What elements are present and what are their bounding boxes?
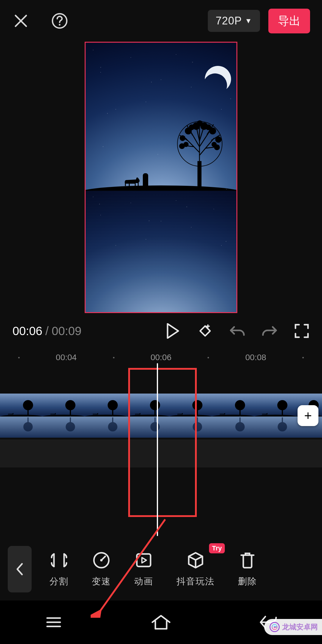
ruler-mark: 00:08 bbox=[245, 353, 266, 362]
resolution-dropdown[interactable]: 720P ▼ bbox=[208, 10, 260, 32]
ruler-mark: 00:04 bbox=[56, 353, 77, 362]
tool-animation[interactable]: 动画 bbox=[134, 551, 153, 588]
try-badge: Try bbox=[209, 543, 225, 553]
tool-label: 抖音玩法 bbox=[177, 575, 215, 588]
playhead[interactable] bbox=[157, 363, 158, 536]
video-track[interactable]: + bbox=[0, 394, 322, 438]
svg-point-24 bbox=[66, 422, 75, 431]
svg-point-40 bbox=[235, 422, 244, 431]
plus-icon: + bbox=[304, 408, 312, 423]
clip-thumbnail[interactable] bbox=[254, 394, 297, 438]
ruler-mark: 00:06 bbox=[151, 353, 171, 362]
svg-point-4 bbox=[180, 135, 185, 141]
watermark: 龙城安卓网 bbox=[264, 619, 322, 635]
svg-point-12 bbox=[197, 120, 203, 126]
help-button[interactable] bbox=[51, 12, 69, 30]
tool-label: 分割 bbox=[49, 575, 69, 588]
svg-point-16 bbox=[206, 124, 211, 130]
tool-douyin-effects[interactable]: Try 抖音玩法 bbox=[177, 551, 215, 588]
animation-icon bbox=[134, 551, 153, 569]
svg-point-26 bbox=[108, 400, 118, 410]
tool-speed[interactable]: 变速 bbox=[92, 551, 111, 588]
svg-point-34 bbox=[192, 400, 202, 410]
video-preview[interactable] bbox=[85, 42, 237, 313]
svg-rect-50 bbox=[137, 554, 151, 566]
svg-point-15 bbox=[189, 124, 195, 130]
svg-point-49 bbox=[100, 559, 103, 561]
split-icon bbox=[50, 551, 68, 569]
back-button[interactable] bbox=[8, 546, 32, 592]
time-separator: / bbox=[45, 324, 49, 338]
nav-menu-button[interactable] bbox=[43, 611, 65, 633]
clip-thumbnail[interactable] bbox=[42, 394, 85, 438]
tool-label: 动画 bbox=[134, 575, 153, 588]
tool-label: 变速 bbox=[92, 575, 111, 588]
undo-button[interactable] bbox=[230, 323, 245, 339]
svg-point-36 bbox=[193, 422, 202, 431]
audio-track[interactable] bbox=[0, 439, 322, 467]
resolution-label: 720P bbox=[216, 15, 242, 27]
svg-point-9 bbox=[215, 137, 222, 143]
watermark-text: 龙城安卓网 bbox=[282, 622, 318, 632]
play-button[interactable] bbox=[165, 323, 181, 339]
current-time: 00:06 bbox=[13, 324, 42, 338]
svg-point-14 bbox=[212, 142, 217, 147]
keyframe-button[interactable] bbox=[197, 323, 213, 339]
clip-thumbnail[interactable] bbox=[85, 394, 127, 438]
svg-point-38 bbox=[235, 400, 245, 410]
caret-down-icon: ▼ bbox=[245, 17, 252, 25]
close-button[interactable] bbox=[12, 12, 30, 30]
svg-point-22 bbox=[65, 400, 75, 410]
fullscreen-button[interactable] bbox=[294, 323, 309, 339]
redo-button[interactable] bbox=[262, 323, 277, 339]
delete-icon bbox=[238, 551, 257, 569]
clip-thumbnail[interactable] bbox=[0, 394, 42, 438]
svg-point-1 bbox=[59, 24, 61, 26]
clip-thumbnail[interactable] bbox=[212, 394, 254, 438]
clip-thumbnail[interactable] bbox=[169, 394, 212, 438]
tool-split[interactable]: 分割 bbox=[49, 551, 69, 588]
svg-point-44 bbox=[278, 422, 287, 431]
svg-point-28 bbox=[108, 422, 117, 431]
timeline[interactable]: 00:04 00:06 00:08 + bbox=[0, 349, 322, 519]
svg-point-18 bbox=[23, 400, 33, 410]
svg-point-20 bbox=[23, 422, 32, 431]
watermark-logo-icon bbox=[270, 622, 280, 632]
clip-thumbnail[interactable] bbox=[127, 394, 169, 438]
export-label: 导出 bbox=[278, 15, 301, 27]
svg-point-32 bbox=[151, 422, 160, 431]
svg-point-42 bbox=[277, 400, 287, 410]
nav-home-button[interactable] bbox=[150, 611, 172, 633]
time-ruler: 00:04 00:06 00:08 bbox=[0, 349, 322, 367]
speed-icon bbox=[92, 551, 111, 569]
add-clip-button[interactable]: + bbox=[298, 405, 318, 426]
tool-delete[interactable]: 删除 bbox=[238, 551, 257, 588]
svg-point-30 bbox=[150, 400, 160, 410]
cube-icon bbox=[186, 551, 205, 569]
total-duration: 00:09 bbox=[52, 324, 81, 338]
tool-label: 删除 bbox=[238, 575, 257, 588]
export-button[interactable]: 导出 bbox=[268, 9, 310, 33]
